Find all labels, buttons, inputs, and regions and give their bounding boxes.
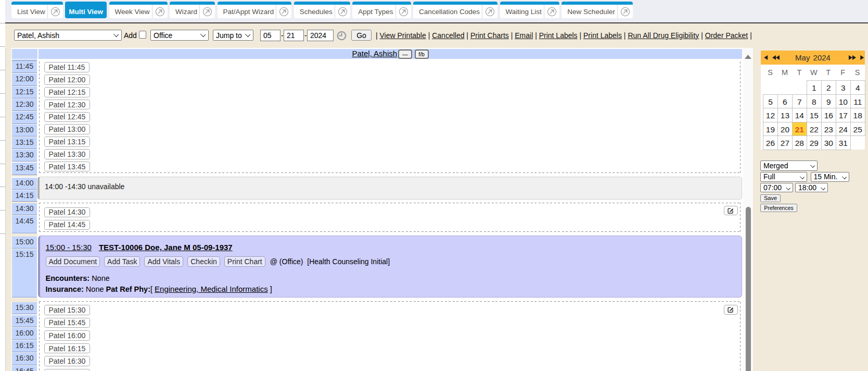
calendar-day-18[interactable]: 18 — [850, 108, 865, 122]
provider-header-link[interactable]: Patel, Ashish — [352, 49, 397, 58]
slot-button[interactable]: Patel 15:30 — [44, 305, 91, 315]
toolbar-link-view-printable[interactable]: View Printable — [380, 31, 426, 40]
calendar-day-23[interactable]: 23 — [821, 122, 836, 137]
collapse-column-button[interactable]: — — [398, 50, 412, 59]
open-new-window-icon[interactable] — [276, 7, 291, 16]
calendar-day-17[interactable]: 17 — [836, 108, 851, 122]
open-new-window-icon[interactable] — [396, 7, 411, 16]
slot-button[interactable]: Patel 16:45 — [44, 369, 91, 371]
calendar-day-13[interactable]: 13 — [777, 108, 793, 122]
calendar-day-25[interactable]: 25 — [850, 122, 865, 137]
calendar-day-7[interactable]: 7 — [792, 94, 807, 109]
appointment-block[interactable]: 15:00 - 15:30TEST-10006 Doe, Jane M 05-0… — [38, 236, 742, 298]
calendar-day-11[interactable]: 11 — [850, 94, 865, 109]
calendar-day-14[interactable]: 14 — [792, 108, 807, 122]
next-year-icon[interactable] — [849, 55, 856, 60]
calendar-day-16[interactable]: 16 — [821, 108, 836, 122]
tab-appt-types[interactable]: Appt Types — [352, 2, 411, 18]
calendar-day-30[interactable]: 30 — [821, 135, 836, 150]
calendar-day-22[interactable]: 22 — [807, 122, 822, 137]
calendar-day-4[interactable]: 4 — [850, 80, 865, 95]
date-day-input[interactable]: 21 — [284, 30, 304, 41]
tab-week-view[interactable]: Week View — [109, 2, 168, 18]
slot-button[interactable]: Patel 16:00 — [44, 330, 91, 341]
slot-button[interactable]: Patel 14:45 — [44, 220, 91, 230]
appointment-action-print-chart[interactable]: Print Chart — [224, 256, 265, 267]
calendar-day-1[interactable]: 1 — [807, 80, 822, 95]
appointment-action-add-document[interactable]: Add Document — [46, 256, 100, 267]
view-mode-select[interactable]: Merged — [760, 160, 818, 171]
slot-button[interactable]: Patel 16:30 — [44, 356, 91, 366]
calendar-day-21[interactable]: 21 — [792, 122, 807, 137]
location-select[interactable]: Office — [150, 30, 209, 41]
open-new-window-icon[interactable] — [48, 7, 63, 16]
calendar-day-26[interactable]: 26 — [763, 135, 778, 150]
toolbar-link-cancelled[interactable]: Cancelled — [432, 31, 464, 40]
calendar-day-27[interactable]: 27 — [777, 135, 793, 150]
toolbar-link-print-charts[interactable]: Print Charts — [470, 31, 509, 40]
slot-button[interactable]: Patel 16:15 — [44, 343, 91, 354]
slot-button[interactable]: Patel 14:30 — [44, 207, 91, 218]
tab-multi-view[interactable]: Multi View — [65, 2, 107, 18]
tab-list-view[interactable]: List View — [11, 2, 63, 18]
appointment-patient-link[interactable]: TEST-10006 Doe, Jane M 05-09-1937 — [99, 243, 233, 252]
slot-button[interactable]: Patel 13:15 — [44, 137, 91, 147]
slot-button[interactable]: Patel 11:45 — [44, 62, 90, 72]
next-month-icon[interactable] — [860, 55, 864, 60]
add-checkbox[interactable] — [139, 31, 146, 39]
slot-button[interactable]: Patel 13:00 — [44, 124, 91, 134]
scroll-up-icon[interactable] — [745, 55, 751, 59]
calendar-day-6[interactable]: 6 — [777, 94, 793, 109]
calendar-day-28[interactable]: 28 — [792, 135, 807, 150]
vertical-scrollbar[interactable] — [743, 48, 753, 371]
slot-button[interactable]: Patel 12:00 — [44, 75, 91, 85]
jump-to-select[interactable]: Jump to — [213, 30, 253, 41]
toolbar-link-print-labels[interactable]: Print Labels — [539, 31, 578, 40]
open-new-window-icon[interactable] — [200, 7, 215, 16]
calendar-day-10[interactable]: 10 — [836, 94, 851, 109]
slot-button[interactable]: Patel 12:45 — [44, 112, 91, 122]
save-button[interactable]: Save — [760, 194, 781, 202]
appointment-action-add-task[interactable]: Add Task — [104, 256, 140, 267]
ref-phy-link[interactable]: Engineering, Medical Informatics — [155, 285, 268, 293]
edit-slot-button[interactable] — [724, 206, 738, 216]
toolbar-link-run-all-drug-eligibility[interactable]: Run All Drug Eligibility — [628, 31, 699, 40]
fb-button[interactable]: f/b — [415, 50, 429, 59]
open-new-window-icon[interactable] — [152, 7, 168, 16]
scrollbar-thumb[interactable] — [746, 207, 751, 371]
slot-button[interactable]: Patel 13:45 — [44, 162, 91, 172]
calendar-day-31[interactable]: 31 — [836, 135, 851, 150]
toolbar-link-email[interactable]: Email — [515, 31, 533, 40]
calendar-day-29[interactable]: 29 — [807, 135, 822, 150]
open-new-window-icon[interactable] — [335, 7, 350, 16]
appointment-time-link[interactable]: 15:00 - 15:30 — [46, 243, 92, 252]
slot-button[interactable]: Patel 13:30 — [44, 149, 91, 159]
open-new-window-icon[interactable] — [544, 7, 559, 16]
date-year-input[interactable]: 2024 — [307, 30, 334, 41]
tab-wizard[interactable]: Wizard — [170, 2, 215, 18]
toolbar-link-order-packet[interactable]: Order Packet — [705, 31, 748, 40]
calendar-day-20[interactable]: 20 — [777, 122, 793, 137]
slot-button[interactable]: Patel 12:15 — [44, 87, 91, 97]
tab-pat-appt-wizard[interactable]: Pat/Appt Wizard — [218, 2, 292, 18]
go-button[interactable]: Go — [351, 30, 372, 41]
calendar-day-8[interactable]: 8 — [807, 94, 822, 109]
calendar-day-24[interactable]: 24 — [836, 122, 851, 137]
start-time-select[interactable]: 07:00 — [760, 183, 793, 193]
slot-button[interactable]: Patel 12:30 — [44, 100, 91, 110]
open-new-window-icon[interactable] — [482, 7, 497, 16]
tab-new-scheduler[interactable]: New Scheduler — [561, 2, 633, 18]
calendar-day-3[interactable]: 3 — [836, 80, 851, 95]
tab-schedules[interactable]: Schedules — [294, 2, 350, 18]
tab-waiting-list[interactable]: Waiting List — [500, 2, 559, 18]
appointment-action-checkin[interactable]: Checkin — [187, 256, 220, 267]
calendar-day-5[interactable]: 5 — [763, 94, 778, 109]
calendar-day-9[interactable]: 9 — [821, 94, 836, 109]
appointment-action-add-vitals[interactable]: Add Vitals — [144, 256, 183, 267]
end-time-select[interactable]: 18:00 — [795, 183, 828, 193]
interval-select[interactable]: 15 Min. — [811, 172, 849, 182]
calendar-day-15[interactable]: 15 — [807, 108, 822, 122]
zoom-select[interactable]: Full — [760, 172, 807, 182]
preferences-button[interactable]: Preferences — [760, 204, 797, 212]
calendar-day-12[interactable]: 12 — [763, 108, 778, 122]
